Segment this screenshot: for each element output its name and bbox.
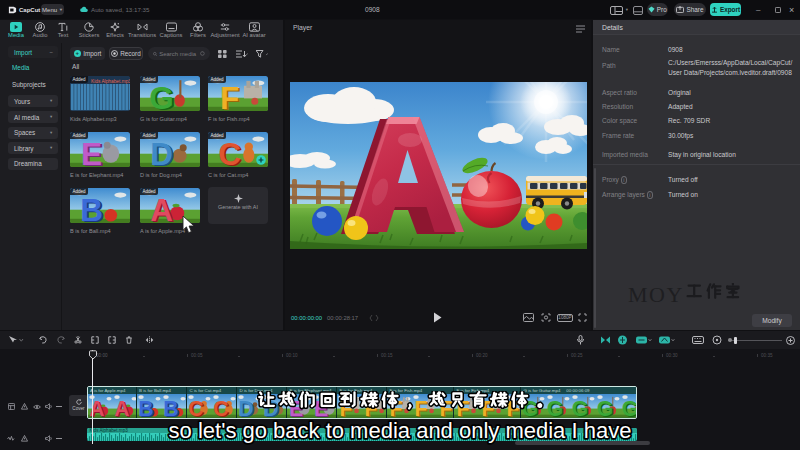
svg-text:G: G xyxy=(149,80,174,111)
svg-text:B: B xyxy=(80,192,103,223)
svg-text:E: E xyxy=(81,136,102,167)
svg-text:D: D xyxy=(150,136,173,167)
svg-text:so let's go back to media and: so let's go back to media and only media… xyxy=(169,418,632,443)
svg-text:A: A xyxy=(150,192,173,223)
svg-text:Kids Alphabet.mp3: Kids Alphabet.mp3 xyxy=(91,79,130,84)
svg-text:F: F xyxy=(220,80,239,111)
svg-text:C: C xyxy=(218,136,241,167)
